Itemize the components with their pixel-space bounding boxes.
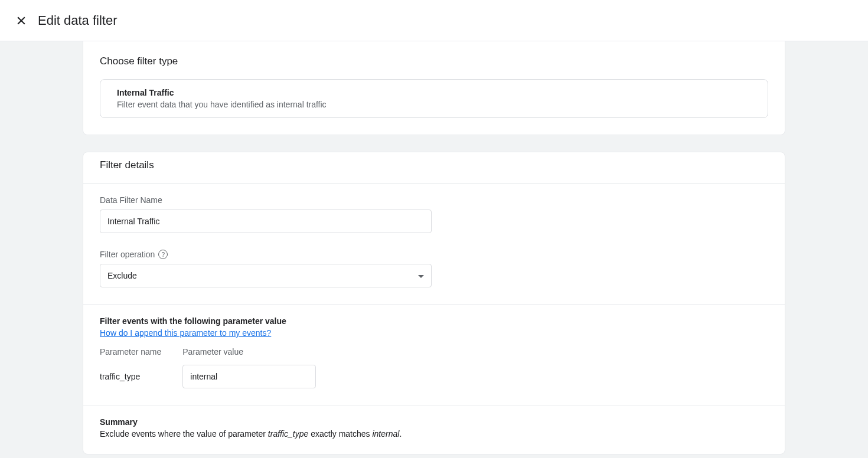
filter-operation-value: Exclude [107,271,137,280]
filter-details-card: Filter details Data Filter Name Filter o… [83,152,785,454]
close-icon [15,15,27,27]
filter-type-description: Filter event data that you have identifi… [117,100,751,109]
summary-prefix: Exclude events where the value of parame… [100,429,268,439]
filter-operation-label: Filter operation ? [100,250,768,259]
summary-text: Exclude events where the value of parame… [100,429,768,439]
filter-details-section: Data Filter Name Filter operation ? Excl… [83,184,785,305]
summary-middle: exactly matches [308,429,372,439]
parameter-filter-section: Filter events with the following paramet… [83,305,785,405]
page-title: Edit data filter [38,13,118,28]
help-icon[interactable]: ? [158,250,168,259]
filter-type-option[interactable]: Internal Traffic Filter event data that … [100,79,768,118]
summary-value: internal [372,429,399,439]
parameter-help-link[interactable]: How do I append this parameter to my eve… [100,328,271,338]
filter-details-section-title: Filter details [83,152,785,184]
summary-title: Summary [100,417,768,427]
filter-operation-field: Filter operation ? Exclude [100,250,768,287]
filter-operation-label-text: Filter operation [100,250,155,259]
filter-operation-select[interactable]: Exclude [100,264,432,287]
parameter-value-input[interactable] [182,365,316,388]
filter-name-label: Data Filter Name [100,195,768,205]
close-button[interactable] [14,14,28,28]
parameter-name-value: traffic_type [100,365,161,388]
parameter-value-label: Parameter value [182,347,316,356]
parameter-filter-title: Filter events with the following paramet… [100,316,768,326]
page-header: Edit data filter [0,0,868,41]
summary-section: Summary Exclude events where the value o… [83,405,785,454]
summary-param: traffic_type [268,429,308,439]
filter-type-name: Internal Traffic [117,88,751,97]
filter-type-section-title: Choose filter type [100,41,768,79]
summary-suffix: . [399,429,402,439]
filter-type-card: Choose filter type Internal Traffic Filt… [83,41,785,135]
parameter-name-column: Parameter name traffic_type [100,347,161,388]
parameter-value-column: Parameter value [182,347,316,388]
parameter-name-label: Parameter name [100,347,161,356]
chevron-down-icon [418,271,424,280]
filter-name-input[interactable] [100,210,432,233]
filter-name-field: Data Filter Name [100,195,768,233]
